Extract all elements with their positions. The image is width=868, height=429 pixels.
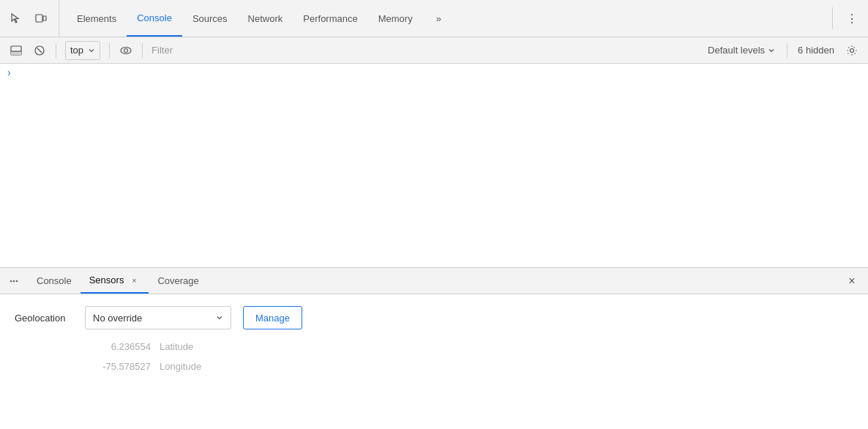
tab-performance[interactable]: Performance [293, 0, 367, 37]
clear-console-icon[interactable] [29, 40, 50, 61]
bottom-drawer: Console Sensors × Coverage × Geolocation… [0, 268, 868, 429]
tab-network[interactable]: Network [238, 0, 293, 37]
console-settings-icon[interactable] [842, 40, 862, 61]
execution-context-selector[interactable]: top [65, 41, 100, 60]
hidden-messages-count: 6 hidden [798, 45, 834, 56]
console-prompt-arrow[interactable]: › [6, 65, 12, 80]
svg-point-8 [124, 48, 128, 52]
close-sensors-tab-icon[interactable]: × [128, 275, 140, 286]
drawer-tab-sensors[interactable]: Sensors × [81, 268, 149, 294]
geolocation-select-value: No override [93, 313, 210, 324]
longitude-row: -75.578527 Longitude [85, 361, 853, 372]
svg-point-7 [121, 47, 131, 53]
live-expression-icon[interactable] [116, 40, 136, 61]
svg-point-10 [10, 280, 12, 282]
svg-point-11 [13, 280, 15, 282]
geolocation-select[interactable]: No override [85, 306, 231, 329]
longitude-value: -75.578527 [85, 361, 151, 372]
devtools-icons [6, 0, 59, 37]
geolocation-section: Geolocation No override Manage [15, 306, 853, 329]
topbar-right: ⋮ [829, 7, 862, 29]
latitude-value: 6.236554 [85, 341, 151, 352]
svg-rect-0 [36, 15, 42, 22]
sensors-panel: Geolocation No override Manage 6.236554 … [0, 294, 868, 429]
drawer-tab-bar: Console Sensors × Coverage × [0, 268, 868, 294]
tab-console[interactable]: Console [127, 0, 182, 37]
svg-rect-3 [11, 51, 21, 55]
latitude-row: 6.236554 Latitude [85, 341, 853, 352]
close-drawer-button[interactable]: × [842, 271, 862, 291]
tab-elements[interactable]: Elements [67, 0, 127, 37]
tab-sources[interactable]: Sources [182, 0, 238, 37]
svg-rect-1 [43, 16, 46, 20]
filter-input[interactable] [149, 45, 699, 56]
drawer-tab-coverage[interactable]: Coverage [149, 268, 207, 294]
svg-point-12 [16, 280, 18, 282]
latitude-label: Latitude [160, 341, 193, 352]
drawer-more-icon[interactable] [6, 273, 22, 289]
coordinates-area: 6.236554 Latitude -75.578527 Longitude [85, 341, 853, 372]
svg-point-9 [850, 48, 854, 52]
top-tab-bar: Elements Console Sources Network Perform… [0, 0, 868, 37]
show-drawer-icon[interactable] [6, 40, 26, 61]
manage-button[interactable]: Manage [243, 306, 302, 329]
log-levels-button[interactable]: Default levels [702, 43, 781, 57]
console-output-area: › [0, 64, 868, 268]
select-element-icon[interactable] [6, 8, 26, 29]
device-toolbar-icon[interactable] [31, 8, 51, 29]
tab-more-button[interactable]: » [426, 0, 452, 37]
svg-line-6 [37, 48, 42, 53]
tab-memory[interactable]: Memory [368, 0, 423, 37]
console-toolbar: top Default levels 6 hidden [0, 37, 868, 64]
drawer-tab-console[interactable]: Console [28, 268, 81, 294]
devtools-menu-button[interactable]: ⋮ [842, 8, 862, 29]
longitude-label: Longitude [160, 361, 201, 372]
geolocation-label: Geolocation [15, 313, 73, 324]
